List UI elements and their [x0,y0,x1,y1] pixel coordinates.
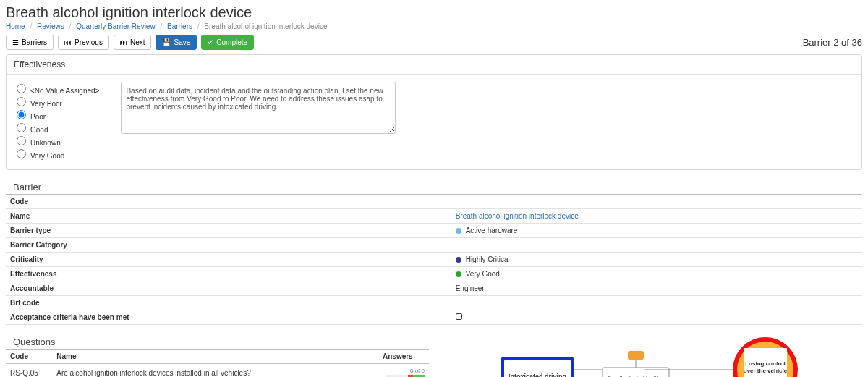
effectiveness-radios: <No Value Assigned> Very Poor Poor Good … [17,82,99,162]
breadcrumb-quarterly[interactable]: Quarterly Barrier Review [76,22,155,30]
previous-label: Previous [75,38,103,46]
barrier-top-icon [628,351,644,360]
barrier-name-label: Name [6,209,451,224]
breadcrumb: Home / Reviews / Quarterly Barrier Revie… [6,22,862,30]
previous-button[interactable]: ⏮ Previous [58,35,109,50]
next-icon: ⏭ [120,38,127,46]
radio-poor[interactable]: Poor [17,110,99,121]
list-icon: ☰ [12,38,19,46]
complete-label: Complete [216,38,247,46]
check-icon: ✔ [208,38,213,46]
barrier-type-dot-icon [456,228,461,234]
barrier-accept-label: Acceptance criteria have been met [6,310,451,325]
effectiveness-comment[interactable]: Based on audit data, incident data and t… [121,82,396,134]
bowtie-diagram: Intoxicated driving Breath alcohol ignit… [443,335,862,377]
barrier-code-label: Code [6,195,451,209]
questions-name-header: Name [52,350,378,364]
effectiveness-title: Effectiveness [7,55,861,75]
barrier-title: Barrier [6,177,862,195]
next-button[interactable]: ⏭ Next [114,35,152,50]
questions-code-header: Code [6,350,52,364]
page-title: Breath alcohol ignition interlock device [6,4,862,21]
complete-button[interactable]: ✔ Complete [201,35,254,50]
radio-very-poor[interactable]: Very Poor [17,97,99,108]
prev-icon: ⏮ [64,38,72,46]
barrier-panel: Barrier Code NameBreath alcohol ignition… [6,177,862,325]
questions-title: Questions [6,332,429,350]
barriers-label: Barriers [22,38,47,46]
barrier-criticality-value: Highly Critical [466,255,510,263]
barrier-type-value: Active hardware [466,226,518,234]
barrier-brf-label: Brf code [6,296,451,310]
table-row: RS-Q.05Are alcohol ignition interlock de… [6,364,429,378]
barrier-effectiveness-dot-icon [456,271,461,277]
save-icon: 💾 [162,38,171,46]
barrier-criticality-label: Criticality [6,253,451,267]
radio-very-good[interactable]: Very Good [17,149,99,160]
barrier-name-link[interactable]: Breath alcohol ignition interlock device [456,212,579,220]
barrier-accountable-label: Accountable [6,281,451,296]
radio-no-value[interactable]: <No Value Assigned> [17,84,99,95]
save-label: Save [174,38,190,46]
next-label: Next [130,38,145,46]
svg-text:Losing control: Losing control [745,360,786,367]
barrier-type-label: Barrier type [6,224,451,238]
radio-unknown[interactable]: Unknown [17,136,99,147]
questions-answers-header: Answers [378,350,429,364]
breadcrumb-reviews[interactable]: Reviews [37,22,64,30]
question-name: Are alcohol ignition interlock devices i… [52,364,378,378]
effectiveness-panel: Effectiveness <No Value Assigned> Very P… [6,54,862,170]
barrier-counter: Barrier 2 of 36 [803,37,862,48]
barrier-effectiveness-value: Very Good [466,270,500,278]
questions-table: Code Name Answers RS-Q.05Are alcohol ign… [6,350,429,377]
breadcrumb-home[interactable]: Home [6,22,25,30]
barrier-code-value [451,195,862,209]
breadcrumb-barriers[interactable]: Barriers [167,22,192,30]
threat-text: Intoxicated driving [508,373,566,377]
barrier-category-value [451,238,862,253]
radio-good[interactable]: Good [17,123,99,134]
question-answers: 0 of 0 [378,364,429,378]
checkbox-unchecked-icon [456,313,462,320]
barrier-accountable-value: Engineer [451,281,862,296]
barrier-effectiveness-label: Effectiveness [6,267,451,281]
barrier-brf-value [451,296,862,310]
question-code: RS-Q.05 [6,364,52,378]
barrier-category-label: Barrier Category [6,238,451,253]
save-button[interactable]: 💾 Save [156,35,197,50]
barrier-criticality-dot-icon [456,257,461,263]
barriers-button[interactable]: ☰ Barriers [6,35,54,50]
svg-text:over the vehicle: over the vehicle [743,368,787,374]
breadcrumb-current: Breath alcohol ignition interlock device [204,22,327,30]
